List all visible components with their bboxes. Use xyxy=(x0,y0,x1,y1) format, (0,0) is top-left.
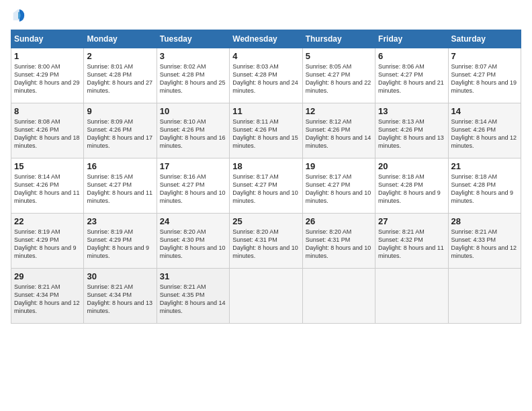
calendar-cell: 26 Sunrise: 8:20 AMSunset: 4:31 PMDaylig… xyxy=(302,214,375,269)
calendar-week-2: 8 Sunrise: 8:08 AMSunset: 4:26 PMDayligh… xyxy=(11,103,521,158)
cell-info: Sunrise: 8:16 AMSunset: 4:27 PMDaylight:… xyxy=(160,173,226,205)
cell-info: Sunrise: 8:19 AMSunset: 4:29 PMDaylight:… xyxy=(14,228,81,261)
logo-icon xyxy=(11,8,26,23)
calendar-cell: 5 Sunrise: 8:05 AMSunset: 4:27 PMDayligh… xyxy=(302,48,375,103)
calendar-cell xyxy=(448,269,521,324)
day-number: 30 xyxy=(87,271,153,281)
cell-info: Sunrise: 8:02 AMSunset: 4:28 PMDaylight:… xyxy=(160,62,226,95)
calendar-cell: 15 Sunrise: 8:14 AMSunset: 4:26 PMDaylig… xyxy=(11,158,84,214)
calendar-cell: 11 Sunrise: 8:11 AMSunset: 4:26 PMDaylig… xyxy=(230,103,302,158)
calendar-cell: 14 Sunrise: 8:14 AMSunset: 4:26 PMDaylig… xyxy=(448,103,521,158)
day-number: 23 xyxy=(87,216,153,226)
calendar-cell: 29 Sunrise: 8:21 AMSunset: 4:34 PMDaylig… xyxy=(11,269,84,324)
cell-info: Sunrise: 8:20 AMSunset: 4:31 PMDaylight:… xyxy=(306,228,372,261)
cell-info: Sunrise: 8:00 AMSunset: 4:29 PMDaylight:… xyxy=(14,62,81,95)
cell-info: Sunrise: 8:20 AMSunset: 4:31 PMDaylight:… xyxy=(232,228,299,261)
calendar-cell: 30 Sunrise: 8:21 AMSunset: 4:34 PMDaylig… xyxy=(84,269,157,324)
weekday-header-saturday: Saturday xyxy=(448,30,521,48)
day-number: 20 xyxy=(378,161,445,171)
calendar-cell: 4 Sunrise: 8:03 AMSunset: 4:28 PMDayligh… xyxy=(230,48,302,103)
weekday-header-monday: Monday xyxy=(84,30,157,48)
calendar-cell: 21 Sunrise: 8:18 AMSunset: 4:28 PMDaylig… xyxy=(448,158,521,214)
calendar-cell: 13 Sunrise: 8:13 AMSunset: 4:26 PMDaylig… xyxy=(375,103,448,158)
calendar-cell: 25 Sunrise: 8:20 AMSunset: 4:31 PMDaylig… xyxy=(230,214,302,269)
cell-info: Sunrise: 8:17 AMSunset: 4:27 PMDaylight:… xyxy=(306,173,372,205)
day-number: 27 xyxy=(378,216,445,226)
cell-info: Sunrise: 8:14 AMSunset: 4:26 PMDaylight:… xyxy=(451,118,518,150)
cell-info: Sunrise: 8:05 AMSunset: 4:27 PMDaylight:… xyxy=(306,62,372,95)
day-number: 18 xyxy=(232,161,299,171)
day-number: 28 xyxy=(451,216,518,226)
calendar-cell: 17 Sunrise: 8:16 AMSunset: 4:27 PMDaylig… xyxy=(157,158,229,214)
day-number: 31 xyxy=(160,271,226,281)
weekday-header-wednesday: Wednesday xyxy=(230,30,302,48)
day-number: 6 xyxy=(378,51,445,61)
calendar-week-1: 1 Sunrise: 8:00 AMSunset: 4:29 PMDayligh… xyxy=(11,48,521,103)
calendar-cell: 31 Sunrise: 8:21 AMSunset: 4:35 PMDaylig… xyxy=(157,269,229,324)
day-number: 21 xyxy=(451,161,518,171)
day-number: 12 xyxy=(306,106,372,116)
calendar-cell: 18 Sunrise: 8:17 AMSunset: 4:27 PMDaylig… xyxy=(230,158,302,214)
calendar-cell: 23 Sunrise: 8:19 AMSunset: 4:29 PMDaylig… xyxy=(84,214,157,269)
calendar-cell: 12 Sunrise: 8:12 AMSunset: 4:26 PMDaylig… xyxy=(302,103,375,158)
day-number: 15 xyxy=(14,161,81,171)
cell-info: Sunrise: 8:11 AMSunset: 4:26 PMDaylight:… xyxy=(232,118,299,150)
calendar-cell: 7 Sunrise: 8:07 AMSunset: 4:27 PMDayligh… xyxy=(448,48,521,103)
cell-info: Sunrise: 8:21 AMSunset: 4:33 PMDaylight:… xyxy=(451,228,518,261)
cell-info: Sunrise: 8:10 AMSunset: 4:26 PMDaylight:… xyxy=(160,118,226,150)
day-number: 11 xyxy=(232,106,299,116)
cell-info: Sunrise: 8:18 AMSunset: 4:28 PMDaylight:… xyxy=(378,173,445,205)
calendar-cell: 19 Sunrise: 8:17 AMSunset: 4:27 PMDaylig… xyxy=(302,158,375,214)
day-number: 1 xyxy=(14,51,81,61)
calendar-cell: 24 Sunrise: 8:20 AMSunset: 4:30 PMDaylig… xyxy=(157,214,229,269)
page-header xyxy=(11,8,521,23)
day-number: 5 xyxy=(306,51,372,61)
calendar-cell: 16 Sunrise: 8:15 AMSunset: 4:27 PMDaylig… xyxy=(84,158,157,214)
cell-info: Sunrise: 8:12 AMSunset: 4:26 PMDaylight:… xyxy=(306,118,372,150)
cell-info: Sunrise: 8:15 AMSunset: 4:27 PMDaylight:… xyxy=(87,173,153,205)
day-number: 13 xyxy=(378,106,445,116)
calendar-table: SundayMondayTuesdayWednesdayThursdayFrid… xyxy=(11,30,521,324)
cell-info: Sunrise: 8:17 AMSunset: 4:27 PMDaylight:… xyxy=(232,173,299,205)
weekday-header-tuesday: Tuesday xyxy=(157,30,229,48)
calendar-header-row: SundayMondayTuesdayWednesdayThursdayFrid… xyxy=(11,30,521,48)
calendar-cell: 2 Sunrise: 8:01 AMSunset: 4:28 PMDayligh… xyxy=(84,48,157,103)
cell-info: Sunrise: 8:01 AMSunset: 4:28 PMDaylight:… xyxy=(87,62,153,95)
cell-info: Sunrise: 8:09 AMSunset: 4:26 PMDaylight:… xyxy=(87,118,153,150)
cell-info: Sunrise: 8:21 AMSunset: 4:34 PMDaylight:… xyxy=(14,283,81,316)
cell-info: Sunrise: 8:21 AMSunset: 4:32 PMDaylight:… xyxy=(378,228,445,261)
day-number: 19 xyxy=(306,161,372,171)
day-number: 2 xyxy=(87,51,153,61)
calendar-cell xyxy=(230,269,302,324)
day-number: 17 xyxy=(160,161,226,171)
cell-info: Sunrise: 8:08 AMSunset: 4:26 PMDaylight:… xyxy=(14,118,81,150)
calendar-cell: 3 Sunrise: 8:02 AMSunset: 4:28 PMDayligh… xyxy=(157,48,229,103)
calendar-cell: 22 Sunrise: 8:19 AMSunset: 4:29 PMDaylig… xyxy=(11,214,84,269)
cell-info: Sunrise: 8:06 AMSunset: 4:27 PMDaylight:… xyxy=(378,62,445,95)
day-number: 4 xyxy=(232,51,299,61)
cell-info: Sunrise: 8:21 AMSunset: 4:34 PMDaylight:… xyxy=(87,283,153,316)
day-number: 9 xyxy=(87,106,153,116)
calendar-cell: 27 Sunrise: 8:21 AMSunset: 4:32 PMDaylig… xyxy=(375,214,448,269)
day-number: 10 xyxy=(160,106,226,116)
calendar-cell: 1 Sunrise: 8:00 AMSunset: 4:29 PMDayligh… xyxy=(11,48,84,103)
calendar-cell: 28 Sunrise: 8:21 AMSunset: 4:33 PMDaylig… xyxy=(448,214,521,269)
cell-info: Sunrise: 8:14 AMSunset: 4:26 PMDaylight:… xyxy=(14,173,81,205)
cell-info: Sunrise: 8:20 AMSunset: 4:30 PMDaylight:… xyxy=(160,228,226,261)
day-number: 7 xyxy=(451,51,518,61)
weekday-header-sunday: Sunday xyxy=(11,30,84,48)
calendar-week-3: 15 Sunrise: 8:14 AMSunset: 4:26 PMDaylig… xyxy=(11,158,521,214)
day-number: 25 xyxy=(232,216,299,226)
day-number: 26 xyxy=(306,216,372,226)
day-number: 14 xyxy=(451,106,518,116)
day-number: 3 xyxy=(160,51,226,61)
cell-info: Sunrise: 8:13 AMSunset: 4:26 PMDaylight:… xyxy=(378,118,445,150)
calendar-cell: 9 Sunrise: 8:09 AMSunset: 4:26 PMDayligh… xyxy=(84,103,157,158)
calendar-cell: 10 Sunrise: 8:10 AMSunset: 4:26 PMDaylig… xyxy=(157,103,229,158)
calendar-cell xyxy=(375,269,448,324)
calendar-cell: 20 Sunrise: 8:18 AMSunset: 4:28 PMDaylig… xyxy=(375,158,448,214)
day-number: 16 xyxy=(87,161,153,171)
cell-info: Sunrise: 8:03 AMSunset: 4:28 PMDaylight:… xyxy=(232,62,299,95)
day-number: 8 xyxy=(14,106,81,116)
calendar-week-5: 29 Sunrise: 8:21 AMSunset: 4:34 PMDaylig… xyxy=(11,269,521,324)
